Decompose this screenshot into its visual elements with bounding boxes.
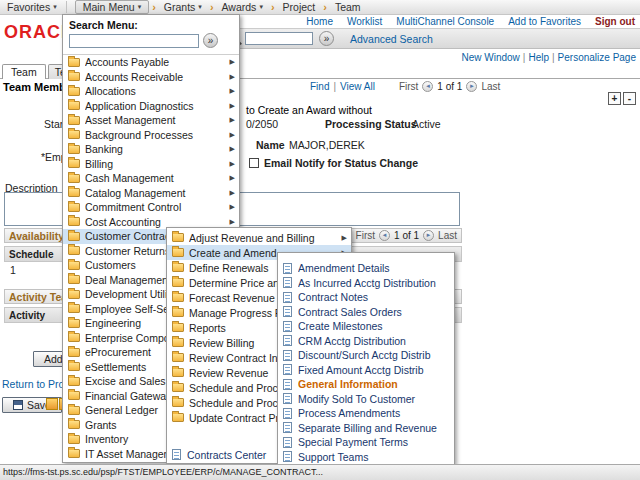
add-row-button[interactable]: +: [608, 92, 621, 105]
menu-item-label: As Incurred Acctg Distribution: [298, 277, 450, 289]
favorites-label: Favorites: [7, 1, 50, 13]
menu-item[interactable]: Accounts Payable ▶: [63, 55, 239, 70]
submenu-arrow-icon: ▶: [230, 58, 235, 66]
menu-item-label: Separate Billing and Revenue: [298, 422, 450, 434]
new-window-link[interactable]: New Window: [461, 52, 519, 63]
menu-search-input[interactable]: [69, 34, 199, 48]
favorites-menu[interactable]: Favorites ▾: [2, 1, 67, 13]
menu-item-label: Accounts Payable: [85, 56, 226, 68]
tab-team[interactable]: Team: [2, 64, 46, 79]
breadcrumb-team[interactable]: Team: [330, 1, 366, 13]
folder-icon: [68, 232, 80, 241]
doc-icon: [283, 364, 292, 375]
submenu-arrow-icon: ▶: [230, 189, 235, 197]
folder-icon: [68, 304, 80, 313]
menu-item[interactable]: Application Diagnostics ▶: [63, 99, 239, 114]
submenu-arrow-icon: ▶: [230, 102, 235, 110]
doc-icon: [283, 306, 292, 317]
menu-item[interactable]: Create Milestones: [278, 319, 454, 334]
menu-item[interactable]: As Incurred Acctg Distribution: [278, 276, 454, 291]
menu-item[interactable]: Modify Sold To Customer: [278, 392, 454, 407]
menu-item-label: Application Diagnostics: [85, 100, 226, 112]
personalize-page-link[interactable]: Personalize Page: [558, 52, 636, 63]
header-search-input[interactable]: [245, 32, 313, 45]
header-quick-links: Home Worklist MultiChannel Console Add t…: [306, 16, 635, 27]
breadcrumb-separator-icon: ›: [149, 1, 159, 13]
email-notify-label: Email Notify for Status Change: [264, 157, 418, 169]
processing-status-value: Active: [412, 118, 441, 130]
row-count: 1 of 1: [437, 81, 462, 92]
menu-item[interactable]: Banking ▶: [63, 142, 239, 157]
find-link[interactable]: Find: [310, 81, 329, 92]
menu-item[interactable]: CRM Acctg Distribution: [278, 334, 454, 349]
submenu-arrow-icon: ▶: [230, 160, 235, 168]
multichannel-console-link[interactable]: MultiChannel Console: [396, 16, 494, 27]
menu-item[interactable]: Catalog Management ▶: [63, 186, 239, 201]
breadcrumb-grants[interactable]: Grants ▾: [159, 1, 207, 13]
doc-icon: [283, 263, 292, 274]
menu-item[interactable]: Background Processes ▶: [63, 128, 239, 143]
sign-out-link[interactable]: Sign out: [595, 16, 635, 27]
breadcrumb-label: Awards: [222, 1, 257, 13]
menu-item[interactable]: Special Payment Terms: [278, 435, 454, 450]
main-menu-button[interactable]: Main Menu ▾: [75, 0, 149, 14]
folder-icon: [172, 383, 184, 392]
menu-item[interactable]: Process Amendments: [278, 406, 454, 421]
home-link[interactable]: Home: [306, 16, 333, 27]
main-menu-label: Main Menu: [83, 1, 135, 13]
create-and-amend-item-list: Amendment Details As Incurred Acctg Dist…: [278, 261, 454, 464]
menu-item[interactable]: Asset Management ▶: [63, 113, 239, 128]
menu-item[interactable]: Discount/Surch Acctg Distrib: [278, 348, 454, 363]
menu-item[interactable]: General Information: [278, 377, 454, 392]
help-link[interactable]: Help: [528, 52, 549, 63]
folder-icon: [172, 338, 184, 347]
folder-icon: [68, 130, 80, 139]
menu-item[interactable]: Adjust Revenue and Billing ▶: [167, 230, 351, 245]
menu-item-label: Modify Sold To Customer: [298, 393, 450, 405]
menu-item[interactable]: Separate Billing and Revenue: [278, 421, 454, 436]
worklist-link[interactable]: Worklist: [347, 16, 382, 27]
row-pager: Find | View All First ◄ 1 of 1 ► Last: [310, 81, 500, 92]
chevron-down-icon: ▾: [198, 3, 202, 11]
advanced-search-link[interactable]: Advanced Search: [350, 33, 433, 45]
separator: |: [333, 81, 336, 92]
menu-search-header: Search Menu: »: [63, 15, 239, 55]
menu-item[interactable]: Billing ▶: [63, 157, 239, 172]
next-row-icon[interactable]: ►: [466, 81, 477, 92]
date-value: 0/2050: [246, 118, 278, 130]
breadcrumb-awards[interactable]: Awards ▾: [217, 1, 268, 13]
email-notify-checkbox[interactable]: [249, 158, 259, 168]
folder-icon: [68, 420, 80, 429]
folder-icon: [68, 174, 80, 183]
toolbar-notify-icon[interactable]: [46, 398, 58, 410]
menu-item-label: Cost Accounting: [85, 216, 226, 228]
menu-item[interactable]: Accounts Receivable ▶: [63, 70, 239, 85]
next-row-icon[interactable]: ►: [423, 230, 434, 241]
menu-item[interactable]: Amendment Details: [278, 261, 454, 276]
search-go-button[interactable]: »: [319, 31, 334, 46]
view-all-link[interactable]: View All: [340, 81, 375, 92]
previous-row-icon[interactable]: ◄: [422, 81, 433, 92]
menu-item[interactable]: Cash Management ▶: [63, 171, 239, 186]
menu-item[interactable]: Contract Notes: [278, 290, 454, 305]
folder-icon: [68, 261, 80, 270]
submenu-arrow-icon: ▶: [230, 145, 235, 153]
menu-item[interactable]: Commitment Control ▶: [63, 200, 239, 215]
folder-icon: [172, 413, 184, 422]
previous-row-icon[interactable]: ◄: [379, 230, 390, 241]
processing-status-label: Processing Status: [325, 118, 417, 130]
menu-item-label: Adjust Revenue and Billing: [189, 232, 338, 244]
folder-icon: [68, 449, 80, 458]
menu-item[interactable]: Allocations ▶: [63, 84, 239, 99]
folder-icon: [68, 159, 80, 168]
menu-item[interactable]: Contract Sales Orders: [278, 305, 454, 320]
menu-item[interactable]: Fixed Amount Acctg Distrib: [278, 363, 454, 378]
menu-item-label: Accounts Receivable: [85, 71, 226, 83]
delete-row-button[interactable]: -: [623, 92, 636, 105]
breadcrumb-project[interactable]: Project: [278, 1, 321, 13]
menu-item[interactable]: Support Teams: [278, 450, 454, 465]
folder-icon: [68, 319, 80, 328]
add-to-favorites-link[interactable]: Add to Favorites: [508, 16, 581, 27]
submenu-arrow-icon: ▶: [230, 87, 235, 95]
menu-search-go-button[interactable]: »: [203, 33, 218, 48]
